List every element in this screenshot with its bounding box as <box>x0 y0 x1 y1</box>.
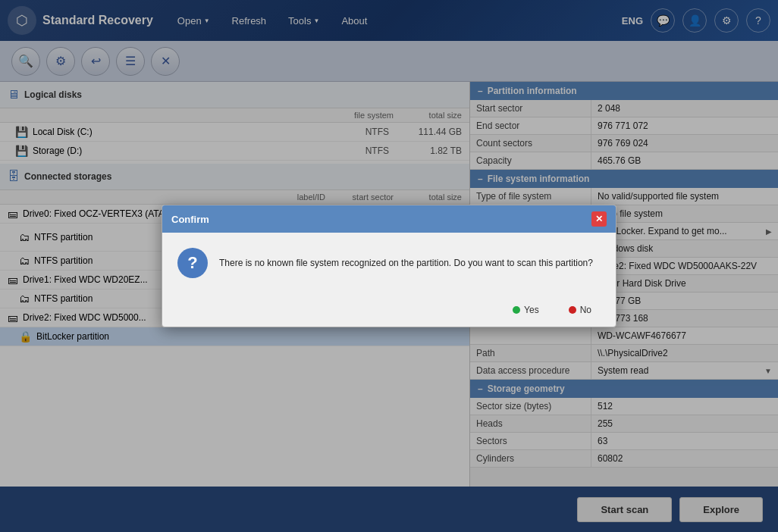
modal-no-button[interactable]: No <box>560 301 601 319</box>
modal-overlay: Confirm ✕ ? There is no known file syste… <box>0 0 778 532</box>
modal-yes-label: Yes <box>524 305 539 315</box>
modal-footer: Yes No <box>162 293 616 327</box>
confirm-modal: Confirm ✕ ? There is no known file syste… <box>162 205 616 327</box>
modal-close-button[interactable]: ✕ <box>591 211 607 227</box>
modal-yes-button[interactable]: Yes <box>504 301 548 319</box>
modal-message: There is no known file system recognized… <box>219 256 593 270</box>
modal-no-label: No <box>580 305 591 315</box>
modal-title-bar: Confirm ✕ <box>162 205 616 233</box>
modal-question-icon: ? <box>177 248 208 278</box>
modal-title: Confirm <box>171 214 209 225</box>
modal-body: ? There is no known file system recogniz… <box>162 233 616 293</box>
no-dot <box>569 306 576 314</box>
yes-dot <box>513 306 520 314</box>
